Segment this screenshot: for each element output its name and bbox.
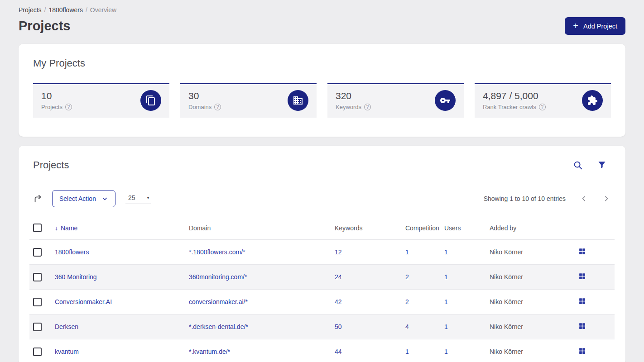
project-competition-link[interactable]: 4: [405, 323, 409, 330]
add-project-label: Add Project: [583, 23, 617, 30]
row-checkbox[interactable]: [33, 348, 42, 356]
my-projects-title: My Projects: [33, 57, 611, 69]
select-action-dropdown[interactable]: Select Action: [52, 190, 115, 207]
building-icon: [288, 90, 308, 111]
column-header-competition[interactable]: Competition: [402, 219, 441, 240]
stat-domains-value: 30: [188, 90, 221, 101]
breadcrumb-overview: Overview: [90, 6, 116, 14]
toolbar-right: Showing 1 to 10 of 10 entries: [484, 194, 611, 203]
stat-domains-label: Domains: [188, 104, 211, 110]
row-checkbox[interactable]: [33, 248, 42, 257]
table-header: ↓Name Domain Keywords Competition Users …: [29, 219, 615, 240]
stat-domains: 30 Domains ?: [180, 83, 317, 118]
help-icon[interactable]: ?: [214, 104, 221, 110]
project-name-link[interactable]: 1800flowers: [55, 248, 89, 256]
export-icon[interactable]: [33, 194, 43, 204]
chevron-right-icon[interactable]: [602, 194, 611, 203]
stat-keywords: 320 Keywords ?: [327, 83, 464, 118]
added-by-text: Niko Körner: [490, 348, 523, 355]
page-size-value: 25: [128, 194, 135, 201]
project-users-link[interactable]: 1: [444, 323, 448, 330]
project-keywords-link[interactable]: 42: [335, 298, 342, 305]
project-competition-link[interactable]: 1: [405, 348, 409, 355]
added-by-text: Niko Körner: [490, 323, 523, 330]
project-keywords-link[interactable]: 12: [335, 248, 342, 256]
project-domain-link[interactable]: *.derksen-dental.de/*: [189, 323, 248, 330]
table-row: Derksen *.derksen-dental.de/* 50 4 1 Nik…: [29, 314, 615, 339]
help-icon[interactable]: ?: [539, 104, 546, 110]
project-domain-link[interactable]: 360monitoring.com/*: [189, 273, 247, 281]
help-icon[interactable]: ?: [65, 104, 72, 110]
table-row: 360 Monitoring 360monitoring.com/* 24 2 …: [29, 265, 615, 290]
project-dashboard-grid-icon[interactable]: [578, 272, 586, 280]
chevron-left-icon[interactable]: [579, 194, 588, 203]
project-domain-link[interactable]: *.kvantum.de/*: [189, 348, 230, 355]
stats-row: 10 Projects ? 30 Domains ?: [33, 83, 611, 118]
stat-projects-value: 10: [41, 90, 72, 101]
project-domain-link[interactable]: conversionmaker.ai/*: [189, 298, 248, 305]
project-dashboard-grid-icon[interactable]: [578, 297, 586, 305]
project-name-link[interactable]: Conversionmaker.AI: [55, 298, 112, 305]
project-users-link[interactable]: 1: [444, 298, 448, 305]
plus-icon: +: [573, 21, 578, 30]
panel-top: Projects: [29, 159, 615, 171]
page: Projects / 1800flowers / Overview Projec…: [0, 0, 644, 362]
project-name-link[interactable]: 360 Monitoring: [55, 273, 97, 281]
project-competition-link[interactable]: 2: [405, 298, 409, 305]
key-icon: [435, 90, 456, 111]
table-body: 1800flowers *.1800flowers.com/* 12 1 1 N…: [29, 240, 615, 362]
stat-projects-label-row: Projects ?: [41, 104, 72, 110]
project-domain-link[interactable]: *.1800flowers.com/*: [189, 248, 245, 256]
row-checkbox[interactable]: [33, 323, 42, 331]
project-dashboard-grid-icon[interactable]: [578, 322, 586, 330]
help-icon[interactable]: ?: [364, 104, 371, 110]
page-title: Projects: [19, 19, 70, 33]
breadcrumb-project[interactable]: 1800flowers: [48, 6, 83, 14]
stat-crawls-label-row: Rank Tracker crawls ?: [483, 104, 546, 110]
select-all-checkbox[interactable]: [33, 224, 42, 232]
stat-projects: 10 Projects ?: [33, 83, 169, 118]
project-users-link[interactable]: 1: [444, 248, 448, 256]
project-dashboard-grid-icon[interactable]: [578, 248, 586, 255]
search-icon[interactable]: [573, 160, 583, 170]
project-keywords-link[interactable]: 44: [335, 348, 342, 355]
page-size-select[interactable]: 25 ▾: [125, 193, 151, 204]
project-keywords-link[interactable]: 24: [335, 273, 342, 281]
chevron-down-icon: [101, 195, 108, 202]
row-checkbox[interactable]: [33, 273, 42, 281]
added-by-text: Niko Körner: [490, 273, 523, 281]
puzzle-icon: [582, 90, 603, 111]
showing-entries-text: Showing 1 to 10 of 10 entries: [484, 195, 566, 202]
filter-icon[interactable]: [597, 160, 606, 170]
project-competition-link[interactable]: 2: [405, 273, 409, 281]
projects-table-title: Projects: [33, 159, 69, 171]
project-users-link[interactable]: 1: [444, 348, 448, 355]
table-toolbar: Select Action 25 ▾ Showing 1 to 10 of 10…: [29, 190, 615, 207]
breadcrumb-projects[interactable]: Projects: [19, 6, 42, 14]
projects-copy-icon: [140, 90, 161, 111]
project-keywords-link[interactable]: 50: [335, 323, 342, 330]
stat-domains-label-row: Domains ?: [188, 104, 221, 110]
column-header-added-by[interactable]: Added by: [486, 219, 575, 240]
column-header-users[interactable]: Users: [441, 219, 486, 240]
add-project-button[interactable]: + Add Project: [565, 17, 625, 35]
column-header-keywords[interactable]: Keywords: [331, 219, 402, 240]
stat-crawls: 4,897 / 5,000 Rank Tracker crawls ?: [475, 83, 611, 118]
project-dashboard-grid-icon[interactable]: [578, 347, 586, 355]
projects-table-card: Projects Select Action 25 ▾: [19, 146, 625, 362]
breadcrumb-separator: /: [86, 6, 87, 14]
page-header: Projects + Add Project: [19, 17, 625, 35]
project-name-link[interactable]: kvantum: [55, 348, 79, 355]
stat-crawls-value: 4,897 / 5,000: [483, 90, 546, 101]
column-header-name[interactable]: ↓Name: [51, 219, 185, 240]
table-row: 1800flowers *.1800flowers.com/* 12 1 1 N…: [29, 240, 615, 265]
table-row: kvantum *.kvantum.de/* 44 1 1 Niko Körne…: [29, 339, 615, 362]
stat-text: 30 Domains ?: [188, 90, 221, 110]
project-competition-link[interactable]: 1: [405, 248, 409, 256]
row-checkbox[interactable]: [33, 298, 42, 306]
projects-table: ↓Name Domain Keywords Competition Users …: [29, 219, 615, 362]
column-header-domain[interactable]: Domain: [185, 219, 331, 240]
stat-text: 4,897 / 5,000 Rank Tracker crawls ?: [483, 90, 546, 110]
project-users-link[interactable]: 1: [444, 273, 448, 281]
project-name-link[interactable]: Derksen: [55, 323, 78, 330]
